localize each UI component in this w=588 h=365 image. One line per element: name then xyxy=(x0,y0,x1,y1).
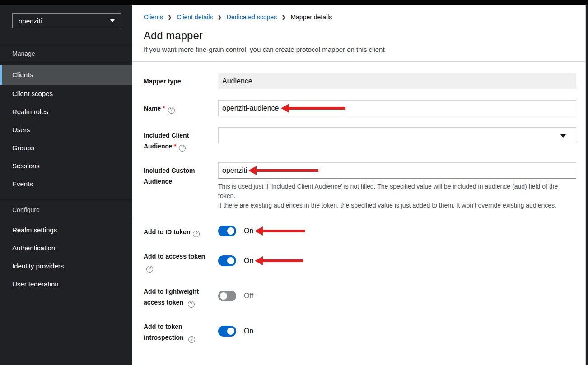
sidebar: openziti Manage Clients Client scopes Re… xyxy=(0,5,132,365)
help-icon[interactable]: ? xyxy=(188,301,195,308)
toggle-knob xyxy=(227,328,234,335)
sidebar-item-groups[interactable]: Groups xyxy=(0,139,132,157)
arrow-head-icon xyxy=(248,166,257,175)
breadcrumb-client-details[interactable]: Client details xyxy=(177,14,213,21)
arrow-shaft xyxy=(257,169,318,172)
required-asterisk: * xyxy=(163,105,165,112)
add-to-access-token-label-text: Add to access token xyxy=(144,253,205,260)
arrow-shaft xyxy=(263,259,303,262)
add-to-token-introspection-label: Add to token introspection ? xyxy=(144,319,211,343)
add-to-lightweight-access-token-toggle[interactable] xyxy=(218,291,236,301)
name-row: Name*? xyxy=(144,100,576,116)
page-title: Add mapper xyxy=(144,29,576,42)
add-to-id-token-label-text: Add to ID token xyxy=(144,228,190,236)
chevron-down-icon xyxy=(110,19,115,22)
add-to-token-introspection-toggle[interactable] xyxy=(218,326,236,337)
add-to-access-token-state: On xyxy=(244,257,253,265)
arrow-head-icon xyxy=(255,226,263,236)
main-content: Clients ❯ Client details ❯ Dedicated sco… xyxy=(132,5,585,365)
add-to-lightweight-access-token-label: Add to lightweight access token ? xyxy=(144,283,211,308)
included-custom-audience-label: Included Custom Audience xyxy=(144,162,211,210)
sidebar-item-user-federation[interactable]: User federation xyxy=(0,275,132,293)
realm-selector[interactable]: openziti xyxy=(12,13,121,28)
arrow-head-icon xyxy=(281,104,289,113)
add-to-access-token-label: Add to access token ? xyxy=(144,248,211,273)
sidebar-item-sessions[interactable]: Sessions xyxy=(0,157,132,175)
sidebar-item-client-scopes[interactable]: Client scopes xyxy=(0,85,132,103)
chevron-right-icon: ❯ xyxy=(218,15,221,20)
breadcrumb-dedicated-scopes[interactable]: Dedicated scopes xyxy=(227,14,277,21)
helper-line-2: If there are existing audiences in the t… xyxy=(218,201,576,210)
page-subtitle: If you want more fine-grain control, you… xyxy=(144,46,576,53)
sidebar-item-users[interactable]: Users xyxy=(0,121,132,139)
masthead xyxy=(0,0,588,5)
annotation-arrow xyxy=(248,166,318,175)
add-to-token-introspection-state: On xyxy=(244,327,253,335)
mapper-type-label: Mapper type xyxy=(144,73,211,89)
add-to-id-token-label: Add to ID token? xyxy=(144,224,211,237)
sidebar-item-events[interactable]: Events xyxy=(0,175,132,193)
scrollbar[interactable] xyxy=(585,5,588,365)
help-icon[interactable]: ? xyxy=(146,266,153,273)
annotation-arrow xyxy=(255,256,303,265)
sidebar-item-authentication[interactable]: Authentication xyxy=(0,239,132,257)
help-icon[interactable]: ? xyxy=(193,231,200,237)
arrow-shaft xyxy=(289,107,345,110)
chevron-down-icon xyxy=(560,134,566,138)
included-custom-audience-row: Included Custom Audience This is used ju… xyxy=(144,162,576,210)
name-label-text: Name xyxy=(144,105,161,112)
breadcrumb-clients[interactable]: Clients xyxy=(144,14,163,21)
add-to-lightweight-access-token-row: Add to lightweight access token ? Off xyxy=(144,283,576,308)
help-icon[interactable]: ? xyxy=(188,336,195,343)
annotation-arrow xyxy=(281,104,345,113)
chevron-right-icon: ❯ xyxy=(282,15,285,20)
add-to-access-token-toggle[interactable] xyxy=(218,255,236,266)
add-to-lightweight-access-token-state: Off xyxy=(244,292,253,300)
sidebar-item-realm-settings[interactable]: Realm settings xyxy=(0,221,132,239)
toggle-knob xyxy=(227,257,234,264)
add-to-token-introspection-label-text: Add to token introspection xyxy=(144,323,184,341)
add-to-id-token-state: On xyxy=(244,227,253,235)
included-client-audience-row: Included Client Audience*? xyxy=(144,127,576,152)
breadcrumb-current: Mapper details xyxy=(290,14,332,21)
help-icon[interactable]: ? xyxy=(168,107,175,114)
sidebar-item-clients[interactable]: Clients xyxy=(0,65,132,85)
arrow-shaft xyxy=(263,230,305,232)
page-header: Clients ❯ Client details ❯ Dedicated sco… xyxy=(132,5,585,62)
included-client-audience-select[interactable] xyxy=(218,127,576,143)
toggle-knob xyxy=(227,227,234,235)
name-input[interactable] xyxy=(218,100,576,116)
help-icon[interactable]: ? xyxy=(179,145,186,152)
add-mapper-form: Mapper type Name*? Included Client Audie… xyxy=(132,62,585,365)
mapper-type-field xyxy=(218,73,576,89)
breadcrumb: Clients ❯ Client details ❯ Dedicated sco… xyxy=(144,14,576,21)
arrow-head-icon xyxy=(255,256,263,265)
add-to-id-token-row: Add to ID token? On xyxy=(144,224,576,237)
realm-selector-value: openziti xyxy=(19,17,42,25)
sidebar-item-realm-roles[interactable]: Realm roles xyxy=(0,103,132,121)
add-to-token-introspection-row: Add to token introspection ? On xyxy=(144,319,576,343)
annotation-arrow xyxy=(255,226,305,236)
included-custom-audience-helper: This is used just if 'Included Client Au… xyxy=(218,182,576,210)
nav-manage-items: Clients Client scopes Realm roles Users … xyxy=(0,63,132,193)
mapper-type-row: Mapper type xyxy=(144,73,576,89)
sidebar-item-identity-providers[interactable]: Identity providers xyxy=(0,257,132,275)
included-client-audience-label: Included Client Audience*? xyxy=(144,127,211,152)
nav-section-manage: Manage xyxy=(0,44,132,63)
name-label: Name*? xyxy=(144,100,211,116)
helper-line-1: This is used just if 'Included Client Au… xyxy=(218,182,576,201)
add-to-id-token-toggle[interactable] xyxy=(218,226,236,236)
toggle-knob xyxy=(220,292,227,300)
chevron-right-icon: ❯ xyxy=(168,15,172,20)
required-asterisk: * xyxy=(174,143,176,150)
nav-section-configure: Configure xyxy=(0,200,132,219)
add-to-access-token-row: Add to access token ? On xyxy=(144,248,576,273)
nav-configure-items: Realm settings Authentication Identity p… xyxy=(0,219,132,293)
